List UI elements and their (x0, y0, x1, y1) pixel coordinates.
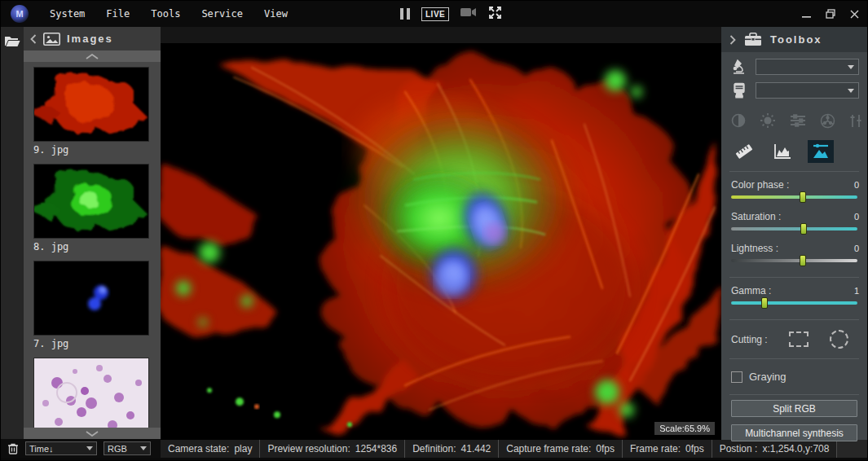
menu-tools[interactable]: Tools (151, 8, 180, 20)
menu-file[interactable]: File (106, 8, 130, 20)
sort-order-value: Time (29, 444, 49, 454)
color-phase-slider[interactable] (731, 195, 857, 199)
gamma-value: 1 (854, 286, 859, 296)
sort-direction-arrow: ↓ (49, 444, 54, 454)
thumbnail-label: 8. jpg (33, 241, 161, 252)
graying-checkbox[interactable] (731, 371, 742, 383)
slider-thumb[interactable] (800, 191, 806, 203)
toolbox-body: Color phase :0 Saturation :0 Lightness :… (721, 52, 867, 461)
menu-bar: System File Tools Service View (50, 8, 288, 20)
contrast-icon[interactable] (731, 109, 746, 132)
live-button[interactable]: LIVE (421, 7, 449, 21)
images-panel-header: Images (24, 27, 161, 50)
toolbox-icon (744, 33, 762, 46)
graying-row: Graying (731, 371, 859, 383)
menu-service[interactable]: Service (201, 8, 243, 20)
status-definition: Definition:41.442 (405, 440, 499, 458)
thumbnail-label: 9. jpg (33, 144, 161, 156)
thumbnail-item-smear[interactable] (33, 358, 161, 428)
adjust-tools-disabled-row (731, 109, 859, 132)
thumbnail-image-green (33, 164, 149, 239)
multichannel-synthesis-button[interactable]: Multichannel synthesis (731, 424, 857, 441)
chevron-up-icon (86, 54, 99, 59)
restore-button[interactable] (826, 9, 835, 19)
gamma-slider[interactable] (731, 301, 857, 305)
brightness-icon[interactable] (760, 109, 776, 132)
live-preview-image (161, 43, 721, 440)
toolbox-buttons: Split RGB Multichannel synthesis (729, 389, 859, 461)
graying-label: Graying (749, 371, 786, 383)
color-wheel-icon[interactable] (820, 109, 835, 132)
minimize-button[interactable] (802, 10, 811, 19)
thumbnail-image-smear (33, 358, 149, 428)
rect-crop-icon[interactable] (789, 331, 809, 347)
open-folder-icon[interactable] (4, 35, 20, 48)
images-panel-title: Images (67, 33, 113, 45)
record-camera-icon[interactable] (460, 7, 477, 21)
thumbnail-list: 9. jpg 8. jpg (24, 62, 161, 428)
close-button[interactable] (850, 10, 859, 19)
caret-down-icon (86, 446, 93, 450)
list-controls: Time↓ RGB (1, 439, 161, 458)
divider (729, 171, 859, 172)
lightness-value: 0 (854, 244, 859, 253)
ellipse-crop-icon[interactable] (830, 330, 848, 349)
status-preview-resolution: Preview resolution:1254*836 (260, 440, 405, 458)
image-icon (43, 33, 60, 46)
lightness-slider-block: Lightness :0 (729, 240, 859, 270)
split-rgb-button[interactable]: Split RGB (731, 400, 857, 417)
trash-icon[interactable] (7, 442, 19, 454)
channel-dropdown[interactable]: RGB (104, 441, 151, 455)
saturation-value: 0 (854, 212, 859, 222)
slider-thumb[interactable] (761, 297, 768, 309)
toolbox-title: Toolbox (770, 33, 822, 46)
transport-controls: LIVE (400, 1, 502, 27)
image-adjust-icon[interactable] (808, 140, 834, 163)
menu-system[interactable]: System (50, 8, 85, 20)
chevron-down-icon (86, 431, 99, 437)
thumbnail-item-9jpg[interactable]: 9. jpg (33, 67, 161, 156)
color-phase-value: 0 (854, 180, 859, 190)
preview-canvas[interactable]: Scale:65.9% (161, 27, 721, 440)
expand-panel-icon[interactable] (729, 35, 736, 45)
slider-thumb[interactable] (800, 223, 807, 235)
lightness-slider[interactable] (731, 259, 857, 262)
camera-icon (729, 82, 749, 99)
thumbnail-item-7jpg[interactable]: 7. jpg (33, 261, 161, 349)
gamma-slider-block: Gamma :1 (729, 283, 859, 313)
divider (729, 358, 859, 359)
cutting-row: Cutting : (731, 330, 859, 349)
caret-down-icon (848, 65, 854, 69)
microscope-select[interactable] (756, 59, 859, 75)
color-phase-label: Color phase : (731, 179, 789, 191)
status-capture-frame-rate: Capture frame rate:0fps (499, 440, 623, 458)
cutting-label: Cutting : (731, 334, 768, 345)
thumbnail-label: 7. jpg (33, 338, 161, 349)
caret-down-icon (848, 89, 854, 93)
sort-order-dropdown[interactable]: Time↓ (25, 441, 97, 455)
saturation-label: Saturation : (731, 211, 781, 222)
fullscreen-icon[interactable] (488, 6, 502, 23)
ruler-icon[interactable] (731, 140, 757, 163)
thumbnail-image-blue (33, 261, 149, 336)
levels-icon[interactable] (790, 109, 806, 132)
thumbnails-scroll-up[interactable] (24, 50, 161, 62)
white-balance-icon[interactable] (849, 109, 862, 132)
divider (729, 277, 859, 278)
slider-thumb[interactable] (800, 255, 806, 266)
histogram-icon[interactable] (769, 140, 795, 163)
app-window: M System File Tools Service View LIVE (0, 0, 868, 461)
camera-select[interactable] (756, 82, 859, 99)
divider (729, 394, 859, 395)
collapse-panel-icon[interactable] (30, 34, 37, 44)
divider (729, 319, 859, 320)
left-rail (1, 27, 24, 439)
window-controls (802, 1, 859, 27)
thumbnails-scroll-down[interactable] (24, 428, 161, 439)
thumbnail-item-8jpg[interactable]: 8. jpg (33, 164, 161, 252)
menu-view[interactable]: View (264, 8, 288, 20)
pause-icon[interactable] (400, 8, 410, 20)
toolbox-header: Toolbox (721, 27, 867, 52)
saturation-slider[interactable] (731, 227, 857, 230)
color-phase-slider-block: Color phase :0 (729, 177, 859, 207)
